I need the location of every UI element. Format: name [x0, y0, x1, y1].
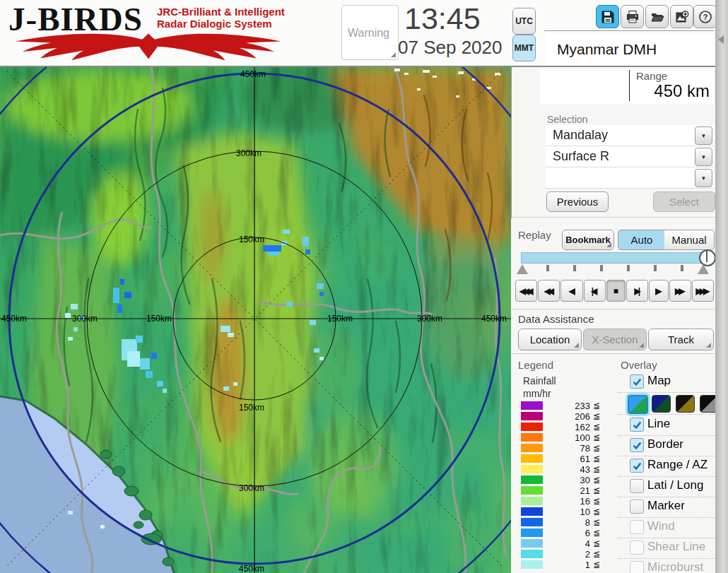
range-label-text: Range	[636, 70, 667, 82]
xsection-label: X-Section	[592, 333, 638, 345]
map-checkbox[interactable]	[630, 374, 644, 389]
location-button[interactable]: Location	[518, 329, 582, 350]
legend-value: 30	[545, 475, 590, 485]
legend-swatch	[521, 518, 543, 526]
skip-to-start-button[interactable]: ◀◀◀	[515, 280, 537, 302]
mmt-button[interactable]: MMT	[512, 35, 536, 61]
legend-row: 16≦	[521, 496, 613, 507]
stop-button[interactable]: ■	[606, 280, 626, 302]
radar-map-view[interactable]: 450km 300km 150km 150km 300km 450km 450k…	[0, 67, 511, 573]
print-button[interactable]	[621, 5, 644, 28]
option-dropdown[interactable]: ▼	[546, 167, 714, 189]
replay-range-start-marker[interactable]	[517, 264, 528, 274]
slider-tick	[600, 265, 603, 271]
save-button[interactable]	[596, 5, 619, 28]
map-svg: 450km 300km 150km 150km 300km 450km 450k…	[0, 67, 511, 573]
product-dropdown-button[interactable]: ▼	[695, 148, 712, 166]
replay-slider-track[interactable]	[521, 252, 708, 264]
legend-row: 2≦	[521, 549, 613, 560]
manual-mode-button[interactable]: Manual	[664, 230, 715, 250]
section-divider	[512, 353, 715, 354]
window-edge-strip	[715, 0, 728, 573]
help-button[interactable]: ?	[693, 5, 717, 28]
legend-row: 1≦	[521, 560, 613, 570]
rewind-button[interactable]: ◀	[560, 280, 582, 302]
legend-title-2: mm/hr	[523, 388, 551, 399]
map-style-black-olive[interactable]	[676, 395, 695, 413]
overlay-row-lati-long: Lati / Long	[618, 476, 715, 497]
line-checkbox[interactable]	[630, 418, 644, 432]
legend-lte: ≦	[593, 528, 600, 538]
folder-open-icon	[650, 10, 664, 24]
check-icon	[632, 377, 642, 386]
legend-row: 162≦	[521, 422, 613, 432]
range-label: 450km	[481, 314, 507, 324]
step-back-button[interactable]: |◀	[584, 280, 606, 302]
select-button[interactable]: Select	[653, 191, 715, 212]
legend-lte: ≦	[593, 411, 600, 421]
overlay-label: Line	[647, 417, 670, 431]
data-assistance-label: Data Assistance	[518, 313, 594, 325]
add-image-button[interactable]	[670, 5, 693, 28]
legend-section-label: Legend	[518, 359, 553, 371]
marker-checkbox[interactable]	[630, 500, 644, 514]
slider-tick	[681, 265, 683, 271]
utc-button[interactable]: UTC	[512, 8, 536, 35]
range-value: 450 km	[654, 81, 710, 101]
range-az-checkbox[interactable]	[630, 459, 644, 473]
range-label: 300km	[72, 314, 98, 324]
legend-lte: ≦	[593, 432, 600, 442]
warning-button[interactable]: Warning	[341, 5, 399, 60]
wind-checkbox[interactable]	[630, 520, 644, 534]
fast-rewind-button[interactable]: ◀◀	[538, 280, 560, 302]
slider-tick	[654, 265, 657, 271]
previous-button[interactable]: Previous	[546, 191, 609, 212]
panel-collapse-arrow[interactable]	[718, 35, 724, 44]
bookmark-button[interactable]: Bookmark	[562, 230, 614, 250]
overlay-label: Wind	[647, 519, 675, 533]
clock-time: 13:45	[404, 1, 510, 36]
legend-value: 100	[545, 432, 590, 443]
overlay-label: Marker	[647, 499, 685, 513]
track-button[interactable]: Track	[648, 329, 714, 350]
legend-row: 78≦	[521, 443, 613, 454]
product-dropdown[interactable]: Surface R ▼	[546, 146, 714, 167]
legend-lte: ≦	[593, 475, 600, 485]
station-dropdown-button[interactable]: ▼	[695, 126, 712, 145]
station-dropdown[interactable]: Mandalay ▼	[546, 125, 714, 146]
select-label: Select	[669, 196, 699, 208]
skip-to-end-button[interactable]: ▶▶▶	[692, 280, 714, 302]
shear-line-checkbox[interactable]	[630, 540, 644, 555]
range-label: 150km	[239, 235, 264, 244]
overlay-label: Shear Line	[647, 540, 705, 554]
open-folder-button[interactable]	[645, 5, 669, 28]
legend-lte: ≦	[593, 422, 600, 432]
play-button[interactable]: ▶	[649, 280, 668, 302]
map-style-blue-green[interactable]	[628, 395, 648, 414]
eagle-logo-icon	[7, 30, 290, 62]
help-icon: ?	[698, 10, 712, 24]
legend-value: 4	[545, 538, 590, 549]
microburst-checkbox[interactable]	[630, 561, 644, 573]
manual-label: Manual	[671, 234, 706, 246]
station-dropdown-value: Mandalay	[553, 128, 608, 143]
legend-swatch	[521, 539, 543, 548]
fast-forward-button[interactable]: ▶▶	[669, 280, 691, 302]
map-style-navy-darkgreen[interactable]	[652, 395, 671, 413]
step-forward-button[interactable]: ▶|	[626, 280, 648, 302]
legend-row: 8≦	[521, 517, 613, 528]
legend-row: 21≦	[521, 485, 613, 496]
replay-range-end-marker[interactable]	[698, 264, 709, 274]
overlay-row-range-az: Range / AZ	[618, 456, 715, 477]
lati-long-checkbox[interactable]	[630, 479, 644, 493]
auto-mode-button[interactable]: Auto	[618, 230, 666, 250]
legend-row: 10≦	[521, 507, 613, 517]
xsection-button[interactable]: X-Section	[583, 329, 647, 350]
option-dropdown-button[interactable]: ▼	[695, 169, 712, 187]
range-label: 150km	[239, 403, 264, 413]
tagline-line1: JRC-Brilliant & Intelligent	[157, 6, 285, 18]
legend-lte: ≦	[593, 517, 600, 527]
border-checkbox[interactable]	[630, 438, 644, 452]
overlay-section-label: Overlay	[621, 359, 657, 371]
map-style-row	[618, 392, 715, 415]
